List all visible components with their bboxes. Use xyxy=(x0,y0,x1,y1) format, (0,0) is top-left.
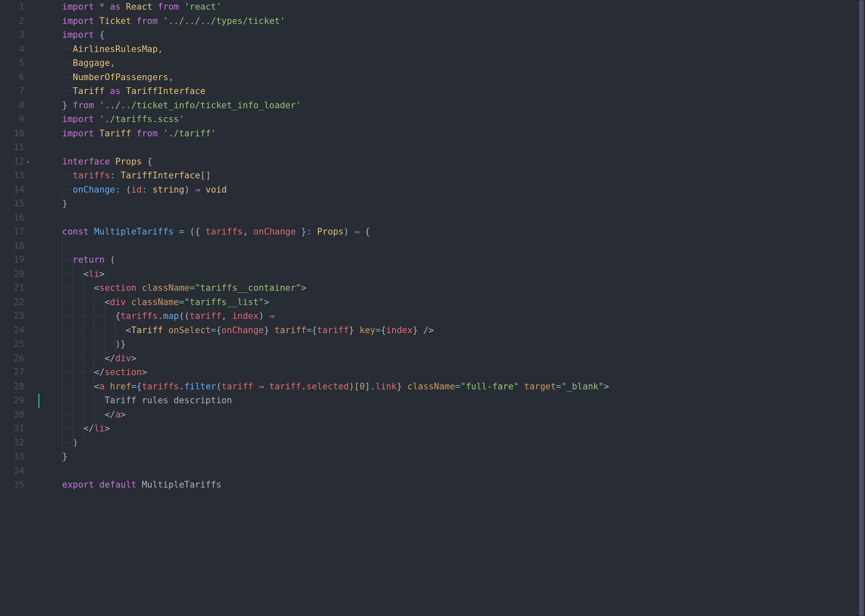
code-line[interactable]: ··tariffs: TariffInterface[] xyxy=(40,169,865,183)
line-number: 22 xyxy=(0,295,40,310)
code-token xyxy=(115,170,121,180)
code-token: tariffs xyxy=(205,227,243,237)
code-line[interactable]: ··Baggage, xyxy=(40,56,865,70)
code-token: Tariff xyxy=(73,86,105,96)
code-token: AirlinesRulesMap xyxy=(73,44,157,54)
code-token: = xyxy=(179,227,184,237)
code-token: } xyxy=(62,198,68,209)
code-line[interactable]: ··AirlinesRulesMap, xyxy=(40,42,865,57)
code-area[interactable]: import * as React from 'react'import Tic… xyxy=(40,0,865,616)
code-token: from xyxy=(158,2,179,12)
code-line[interactable] xyxy=(40,211,865,225)
code-token: import xyxy=(62,30,94,40)
code-token: key xyxy=(359,325,375,335)
indent-guide xyxy=(62,239,63,253)
code-line[interactable]: ····</li> xyxy=(40,422,865,436)
code-token: < xyxy=(94,283,100,293)
code-line[interactable]: ········Tariff rules description xyxy=(40,394,865,408)
code-token: className xyxy=(142,283,190,293)
whitespace-indicator: ······ xyxy=(62,367,94,377)
code-line[interactable]: ····<li> xyxy=(40,267,865,282)
code-line[interactable]: ··NumberOfPassengers, xyxy=(40,70,865,85)
code-token: )[ xyxy=(349,381,359,392)
code-line[interactable] xyxy=(40,239,865,253)
code-line[interactable]: import Ticket from '../../../types/ticke… xyxy=(40,14,865,29)
code-line[interactable]: ······<a href={tariffs.filter(tariff ⇒ t… xyxy=(40,380,865,394)
code-line[interactable]: interface Props { xyxy=(40,155,865,169)
code-line[interactable]: ········</a> xyxy=(40,408,865,422)
code-token: tariff xyxy=(317,325,349,335)
whitespace-indicator: ········ xyxy=(62,395,105,405)
code-token: } xyxy=(397,381,402,392)
code-line[interactable]: import { xyxy=(40,28,865,42)
code-editor[interactable]: 123456789101112▸131415161718192021222324… xyxy=(0,0,865,616)
line-number: 10 xyxy=(0,127,40,141)
code-line[interactable]: import * as React from 'react' xyxy=(40,0,865,14)
vertical-scrollbar[interactable] xyxy=(858,0,865,616)
code-token: = xyxy=(131,381,136,392)
code-line[interactable]: const MultipleTariffs = ({ tariffs, onCh… xyxy=(40,225,865,239)
code-token: React xyxy=(126,2,152,12)
code-token: { xyxy=(94,30,105,40)
code-token xyxy=(418,325,423,335)
code-token: tariff xyxy=(269,381,301,392)
code-line[interactable]: ············<Tariff onSelect={onChange} … xyxy=(40,324,865,338)
code-token: MultipleTariffs xyxy=(142,480,222,490)
code-line[interactable]: } from '../../ticket_info/ticket_info_lo… xyxy=(40,99,865,113)
line-number: 34 xyxy=(0,464,40,478)
code-token: import xyxy=(62,2,94,12)
code-token: 0 xyxy=(359,381,365,392)
code-token: Tariff rules description xyxy=(105,395,232,405)
scrollbar-thumb[interactable] xyxy=(859,0,864,616)
code-token xyxy=(105,2,110,12)
code-line[interactable]: } xyxy=(40,197,865,211)
code-line[interactable]: ········</div> xyxy=(40,352,865,366)
code-line[interactable] xyxy=(40,464,865,478)
line-number: 32 xyxy=(0,436,40,450)
code-token: = xyxy=(179,297,184,307)
code-line[interactable] xyxy=(40,141,865,155)
code-token: as xyxy=(110,86,121,96)
code-token: 'react' xyxy=(184,2,222,12)
whitespace-indicator: ······ xyxy=(62,283,94,293)
code-token: (( xyxy=(179,311,189,321)
code-token: { xyxy=(142,157,152,167)
code-line[interactable]: ··) xyxy=(40,436,865,450)
code-token xyxy=(94,2,100,12)
code-token: './tariffs.scss' xyxy=(100,114,184,124)
code-token: return xyxy=(73,255,105,265)
code-token: "tariffs__list" xyxy=(184,297,264,307)
code-token xyxy=(94,114,100,124)
code-token: target xyxy=(524,381,556,392)
code-line[interactable]: ··onChange: (id: string) ⇒ void xyxy=(40,183,865,197)
code-token: ) xyxy=(343,227,354,237)
whitespace-indicator: ······ xyxy=(62,381,94,392)
code-line[interactable]: ··Tariff as TariffInterface xyxy=(40,84,865,99)
line-number: 24 xyxy=(0,324,40,338)
code-line[interactable]: ········<div className="tariffs__list"> xyxy=(40,295,865,310)
code-token: ) xyxy=(73,438,78,448)
whitespace-indicator: ·· xyxy=(62,438,73,448)
code-token: < xyxy=(94,381,100,392)
code-line[interactable]: ··return ( xyxy=(40,253,865,267)
code-token: tariffs xyxy=(73,170,110,180)
code-line[interactable]: ··········)} xyxy=(40,337,865,352)
code-line[interactable]: ··········{tariffs.map((tariff, index) ⇒ xyxy=(40,309,865,324)
line-number: 19 xyxy=(0,253,40,267)
code-line[interactable]: } xyxy=(40,450,865,464)
code-token: : xyxy=(307,227,312,237)
code-token: section xyxy=(100,283,137,293)
code-token: ) xyxy=(184,185,195,195)
code-token: , xyxy=(168,72,174,82)
line-number: 9 xyxy=(0,112,40,127)
code-token xyxy=(105,86,110,96)
code-line[interactable]: ······</section> xyxy=(40,365,865,380)
code-token: = xyxy=(455,381,461,392)
code-token: )} xyxy=(115,339,126,349)
code-line[interactable]: ······<section className="tariffs__conta… xyxy=(40,281,865,295)
code-line[interactable]: import './tariffs.scss' xyxy=(40,112,865,127)
code-token xyxy=(110,157,115,167)
code-line[interactable]: export default MultipleTariffs xyxy=(40,478,865,492)
code-token: < xyxy=(105,297,110,307)
code-line[interactable]: import Tariff from './tariff' xyxy=(40,127,865,141)
